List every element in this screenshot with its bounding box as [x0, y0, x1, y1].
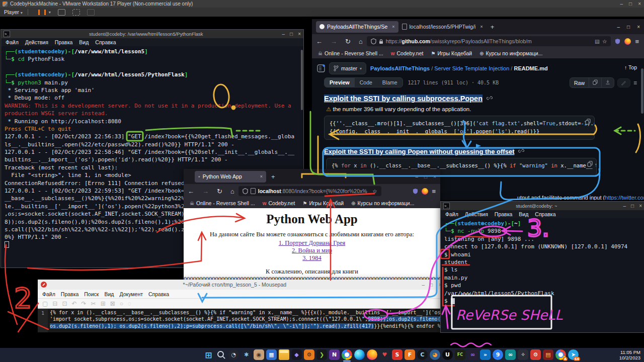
undo-icon[interactable]: ↶ [71, 300, 76, 307]
taskbar-app-s-app[interactable]: S [392, 349, 403, 360]
forward-icon[interactable]: → [202, 188, 209, 195]
menu-item[interactable]: Правка [61, 291, 78, 297]
minimize-button[interactable]: – [422, 282, 425, 288]
menu-item[interactable]: Файл [42, 291, 55, 297]
taskbar-app-fc-app[interactable]: FC [455, 349, 465, 360]
book-link-1[interactable]: 1. Портрет Дориана Грея [279, 239, 345, 246]
protections-shield-icon[interactable] [413, 188, 418, 194]
open-icon[interactable]: ⊟ [52, 300, 57, 307]
bookmark-codeby[interactable]: wCodeby.net [263, 200, 295, 206]
terminal-titlebar[interactable]: >_ student@codeby: /var/www/html/lesson5… [1, 30, 303, 38]
bookmark-games[interactable]: ⚑Игры Кодебай [302, 200, 344, 206]
taskbar-app-colorwheel-app[interactable]: ✱ [241, 349, 252, 360]
close-button[interactable]: × [639, 203, 642, 209]
editor-area[interactable]: 1 {% for x in ().__class__.__base__.__su… [38, 309, 445, 332]
copy-icon[interactable] [587, 161, 593, 169]
windows-clock[interactable]: 11:05 PM 10/2/2023 [619, 349, 640, 360]
tab-close-icon[interactable]: × [480, 24, 482, 29]
home-icon[interactable]: ⌂ [359, 38, 363, 45]
new-tab-button[interactable]: + [271, 173, 275, 180]
firefox-account-icon[interactable] [624, 38, 631, 45]
maximize-button[interactable]: □ [629, 1, 632, 7]
firefox-account-icon[interactable] [422, 188, 428, 195]
bookmark-games[interactable]: ⚑Игры Кодебай [431, 50, 472, 56]
edit-pencil-icon[interactable] [617, 78, 630, 87]
maximize-button[interactable]: □ [627, 24, 630, 30]
link-icon[interactable] [487, 95, 493, 101]
hamburger-menu-icon[interactable]: ≡ [432, 188, 436, 195]
taskbar-app-orange-gear-app[interactable]: ⚙ [304, 349, 314, 360]
ctrl-alt-del-icon[interactable] [58, 9, 65, 16]
menu-item[interactable]: Правка [55, 39, 72, 45]
copy-icon[interactable] [585, 119, 591, 127]
bookmark-star-icon[interactable]: ☆ [602, 38, 607, 44]
taskbar-app-portrait-app[interactable]: ◉ [254, 349, 264, 360]
reader-icon[interactable]: ▤ [595, 38, 600, 44]
forward-icon[interactable]: → [331, 38, 337, 45]
replace-icon[interactable]: ◌ [128, 300, 131, 307]
menu-item[interactable]: Поиск [84, 291, 99, 297]
tab-payloadsallthethings[interactable]: PayloadsAllTheThings/Se × [316, 21, 398, 33]
maximize-button[interactable]: □ [290, 31, 293, 37]
vmware-titlebar[interactable]: CodebyHackMachine - VMware Workstation 1… [0, 0, 644, 8]
scrollbar[interactable] [301, 50, 303, 110]
menu-item[interactable]: Справка [535, 211, 555, 217]
minimize-button[interactable]: – [617, 24, 620, 30]
close-button[interactable]: × [638, 1, 641, 7]
taskbar-app-toolbox-app[interactable]: ▤ [543, 349, 553, 360]
taskbar-app-cinema4d-app[interactable]: C [417, 349, 428, 360]
menu-item[interactable]: Документ [119, 291, 143, 297]
taskbar-app-telegram[interactable]: ➤64 [568, 349, 579, 360]
taskbar-app-berry-app[interactable]: ♥ [379, 349, 390, 360]
outline-icon[interactable]: ≡ [633, 79, 637, 86]
bookmark-courses[interactable]: ⊕Курсы по информаци... [351, 200, 414, 206]
minimize-button[interactable]: – [623, 203, 626, 209]
tab-preview[interactable]: Preview [325, 78, 355, 87]
taskbar-app-geforce-app[interactable]: ❯ [316, 349, 327, 360]
taskbar-app-obsidian-app[interactable]: ◆ [291, 349, 302, 360]
save-icon[interactable]: ⊡ [62, 300, 67, 307]
bookmark-courses[interactable]: ⊕Курсы по информаци... [479, 50, 542, 56]
mousepad-titlebar[interactable]: *~/Рабочий стол/tmp_lesson_5 - Mousepad … [38, 280, 445, 290]
maximize-button[interactable]: □ [631, 203, 634, 209]
taskbar-app-visual-studio[interactable]: ∞ [467, 349, 478, 360]
terminal-titlebar[interactable]: >_ student@codeby: ~ – □ × [441, 202, 644, 210]
taskbar-app-maps-pin-app[interactable]: 9 [493, 349, 503, 360]
copy-icon[interactable]: ⊞ [101, 300, 106, 307]
taskbar-app-file-explorer[interactable] [279, 349, 289, 360]
twitter-link[interactable]: https://twitter.com/SecGus [605, 195, 644, 200]
paste-icon[interactable]: ⊠ [110, 300, 115, 307]
home-icon[interactable]: ⌂ [230, 188, 234, 195]
taskbar-app-onenote-app[interactable]: N [329, 349, 340, 360]
url-bar[interactable]: localhost:8080/index?book={%%20for%20x% … [238, 186, 381, 196]
menu-item[interactable]: Файл [445, 211, 458, 217]
breadcrumb-dir[interactable]: Server Side Template Injection [434, 65, 509, 71]
taskbar-app-chrome[interactable] [342, 349, 352, 360]
link-icon[interactable] [518, 148, 524, 154]
tab-close-icon[interactable]: × [260, 174, 263, 179]
taskbar-app-arduino-app[interactable]: ∞ [505, 349, 516, 360]
book-link-2[interactable]: 2. Война и мир [292, 247, 332, 254]
tab-phptwig[interactable]: localhost/lesson5/PHPTwig/i × [398, 24, 487, 30]
menu-item[interactable]: Действия [465, 211, 488, 217]
close-button[interactable]: × [637, 24, 640, 30]
taskbar-app-search[interactable] [216, 349, 226, 360]
pause-caret-icon[interactable]: ▾ [49, 10, 51, 15]
find-icon[interactable]: ○ [120, 300, 123, 307]
cut-icon[interactable]: ✂ [91, 300, 96, 307]
branch-selector[interactable]: master ▾ [329, 62, 366, 74]
reload-icon[interactable]: ↻ [217, 188, 222, 195]
bookmark-codeby[interactable]: wCodeby.net [391, 50, 424, 56]
book-link-3[interactable]: 3. 1984 [302, 254, 321, 261]
bookmark-reverse-shell[interactable]: ☠Online - Reverse Shell ... [190, 200, 255, 206]
pause-icon[interactable] [38, 10, 46, 15]
reload-icon[interactable]: ↻ [345, 38, 351, 45]
menu-item[interactable]: Файл [6, 39, 19, 45]
back-icon[interactable]: ← [316, 38, 323, 45]
protections-shield-icon[interactable] [615, 38, 620, 44]
taskbar-app-start[interactable]: ⊞ [203, 349, 214, 360]
minimize-button[interactable]: – [282, 31, 285, 37]
taskbar-app-calendar-app[interactable]: ▦ [266, 349, 277, 360]
maximize-button[interactable]: □ [424, 174, 427, 179]
close-button[interactable]: × [433, 174, 436, 179]
